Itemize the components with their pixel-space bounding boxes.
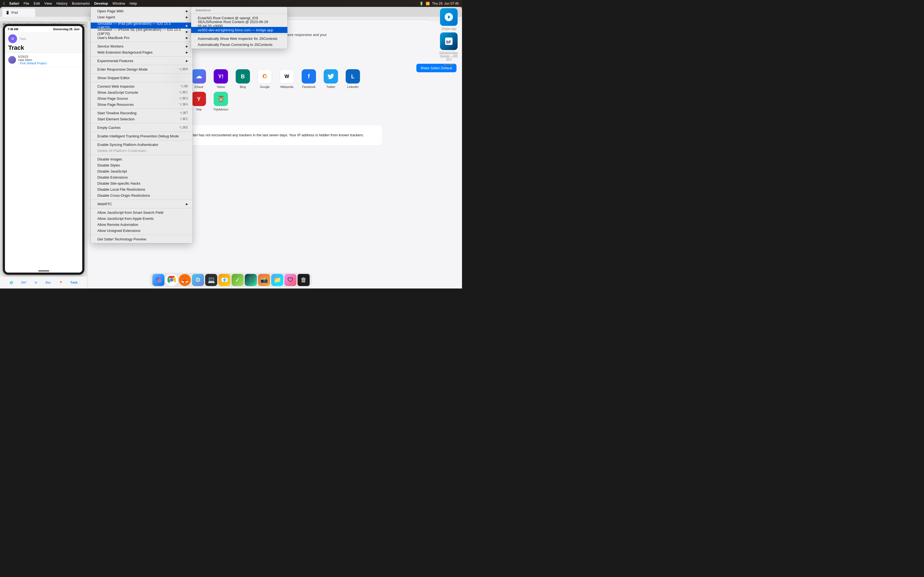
sim-iphone-label: Simulator — iPhone SE (3rd generation) —… <box>97 27 184 36</box>
svg-point-3 <box>158 279 162 283</box>
menu-disable-cors[interactable]: Disable Cross-Origin Restrictions <box>91 192 192 198</box>
submenu-auto-show[interactable]: Automatically Show Web Inspector for JSC… <box>191 35 288 42</box>
fav-bing[interactable]: B Bing <box>233 69 252 89</box>
menu-element-selection[interactable]: Start Element Selection ⇧⌘C <box>91 116 192 122</box>
menu-connect-inspector[interactable]: Connect Web Inspector ⌥⌘I <box>91 83 192 89</box>
chatter-label: Chatter app <box>442 27 456 30</box>
fav-facebook[interactable]: f Facebook <box>299 69 318 89</box>
ipad-device: 7:46 AM Donnerstag 29. Juni U Track Trac… <box>3 24 84 275</box>
bottom-ibau: iBau <box>45 281 51 284</box>
menu-allow-js-events[interactable]: Allow JavaScript from Apple Events <box>91 215 192 221</box>
privacy-text: Safari has not encountered any trackers … <box>188 133 364 138</box>
fav-google[interactable]: G Google <box>255 69 274 89</box>
menu-sim-iphone[interactable]: Simulator — iPhone SE (3rd generation) —… <box>91 29 192 35</box>
menu-view[interactable]: View <box>44 2 52 5</box>
dock-app-6[interactable]: 📧 <box>218 274 231 286</box>
menu-window[interactable]: Window <box>113 2 125 5</box>
menu-edit[interactable]: Edit <box>34 2 40 5</box>
dock-app-7[interactable]: ✓ <box>231 274 244 286</box>
responsive-shortcut: ⌥⌘R <box>178 67 188 71</box>
safari-tab-ipad[interactable]: 📱 iPad <box>2 8 35 17</box>
menu-timeline[interactable]: Start Timeline Recording ⌥⌘T <box>91 110 192 116</box>
dock-app-8[interactable]: 🎵 <box>245 274 257 286</box>
menu-disable-local[interactable]: Disable Local File Restrictions <box>91 186 192 192</box>
menu-user-agent[interactable]: User Agent ▶ <box>91 14 192 20</box>
submenu-xe302[interactable]: xe302-dev-ed.lightning.force.com — bridg… <box>191 27 288 33</box>
menu-webrtc[interactable]: WebRTC ▶ <box>91 201 192 207</box>
disable-js-label: Disable JavaScript <box>97 169 127 173</box>
dock-app-5[interactable]: 💻 <box>205 274 217 286</box>
fav-wikipedia[interactable]: W Wikipedia <box>278 69 296 89</box>
fav-facebook-label: Facebook <box>302 85 315 89</box>
sep-14 <box>91 235 192 235</box>
allow-js-events-label: Allow JavaScript from Apple Events <box>97 216 153 221</box>
menubar-left:  Safari File Edit View History Bookmark… <box>3 1 137 6</box>
menu-open-page-with[interactable]: Open Page With ▶ <box>91 8 192 14</box>
desktop:  Safari File Edit View History Bookmark… <box>0 0 462 288</box>
menu-sync-auth[interactable]: Enable Syncing Platform Authenticator <box>91 142 192 148</box>
menu-allow-remote[interactable]: Allow Remote Automation <box>91 221 192 227</box>
submenu-auto-pause[interactable]: Automatically Pause Connecting to JSCont… <box>191 42 288 48</box>
fav-linkedin[interactable]: L LinkedIn <box>344 69 362 89</box>
menu-allow-unsigned[interactable]: Allow Unsigned Extensions <box>91 227 192 234</box>
menu-page-source[interactable]: Show Page Source ⌥⌘U <box>91 95 192 102</box>
fav-yahoo[interactable]: Y! Yahoo <box>212 69 230 89</box>
menu-js-console[interactable]: Show JavaScript Console ⌥⌘C <box>91 89 192 95</box>
app-name[interactable]: Safari <box>9 2 19 5</box>
menu-snippet-editor[interactable]: Show Snippet Editor <box>91 75 192 81</box>
dock-finder[interactable] <box>152 274 165 286</box>
menu-help[interactable]: Help <box>129 2 137 5</box>
menu-allow-js-search[interactable]: Allow JavaScript from Smart Search Field <box>91 210 192 215</box>
disable-local-label: Disable Local File Restrictions <box>97 187 145 192</box>
sep-5 <box>91 73 192 74</box>
menu-develop[interactable]: Develop <box>94 2 108 5</box>
dock-firefox[interactable]: 🦊 <box>179 274 191 286</box>
menu-history[interactable]: History <box>57 2 67 5</box>
desktop-icon-chatter[interactable]: Chatter app <box>438 8 460 30</box>
menu-tech-preview[interactable]: Get Safari Technology Preview <box>91 236 192 242</box>
ipad-app-header: U Track Track <box>5 32 82 53</box>
dock-app-11[interactable]: 🛡 <box>284 274 296 286</box>
macbook-label: Uwe's MacBook Pro <box>97 36 129 40</box>
menu-empty-caches[interactable]: Empty Caches ⌥⌘E <box>91 124 192 131</box>
menu-disable-images[interactable]: Disable Images <box>91 156 192 162</box>
fav-twitter-label: Twitter <box>326 85 335 89</box>
empty-caches-label: Empty Caches <box>97 126 121 130</box>
ipad-entry: 6/29/23 Uwe Heim - Pick Default Project … <box>5 53 82 67</box>
ipad-user-avatar <box>8 56 16 64</box>
ipad-entry-date: 6/29/23 <box>18 55 48 58</box>
timeline-label: Start Timeline Recording <box>97 111 136 115</box>
submenu-header: Salesforce <box>191 8 288 12</box>
menu-experimental[interactable]: Experimental Features ▶ <box>91 58 192 64</box>
menu-itp-debug[interactable]: Enable Intelligent Tracking Prevention D… <box>91 133 192 139</box>
menu-disable-js[interactable]: Disable JavaScript <box>91 168 192 174</box>
menu-file[interactable]: File <box>24 2 29 5</box>
fav-tripadvisor[interactable]: 🦉 TripAdvisor <box>212 92 230 114</box>
dock-app-10[interactable]: 📁 <box>271 274 283 286</box>
submenu-seajs[interactable]: SEAJSRuntime Root Context @ 2023-06-29 0… <box>191 21 288 27</box>
menu-page-resources[interactable]: Show Page Resources ⌥⌘A <box>91 102 192 108</box>
develop-menu: Open Page With ▶ User Agent ▶ Simulator … <box>91 7 192 243</box>
dock-app-9[interactable]: 📸 <box>258 274 270 286</box>
page-resources-shortcut: ⌥⌘A <box>179 103 188 106</box>
sep-9 <box>91 132 192 132</box>
menu-service-workers[interactable]: Service Workers ▶ <box>91 43 192 49</box>
auto-show-label: Automatically Show Web Inspector for JSC… <box>198 37 278 41</box>
fav-twitter[interactable]: Twitter <box>321 69 340 89</box>
apple-menu[interactable]:  <box>3 1 5 6</box>
dock-app-12[interactable]: 🗑 <box>297 274 310 286</box>
menu-disable-styles[interactable]: Disable Styles <box>91 162 192 168</box>
desktop-icon-salesforce[interactable]: SF SalesforceApp-Simulat...–iOS 15.5 <box>438 32 460 61</box>
menu-responsive[interactable]: Enter Responsive Design Mode ⌥⌘R <box>91 66 192 72</box>
disable-hacks-label: Disable Site-specific Hacks <box>97 181 141 185</box>
menu-disable-ext[interactable]: Disable Extensions <box>91 174 192 180</box>
sep-10 <box>91 140 192 140</box>
menu-bookmarks[interactable]: Bookmarks <box>72 2 90 5</box>
menu-web-ext[interactable]: Web Extension Background Pages ▶ <box>91 49 192 55</box>
menu-disable-hacks[interactable]: Disable Site-specific Hacks <box>91 180 192 186</box>
timeline-shortcut: ⌥⌘T <box>179 111 188 115</box>
dock-app-4[interactable]: ⚙ <box>192 274 204 286</box>
dock-chrome[interactable] <box>166 274 178 286</box>
macbook-arrow: ▶ <box>186 36 188 39</box>
dock: 🦊 ⚙ 💻 📧 ✓ 🎵 📸 📁 🛡 🗑 <box>150 272 312 287</box>
